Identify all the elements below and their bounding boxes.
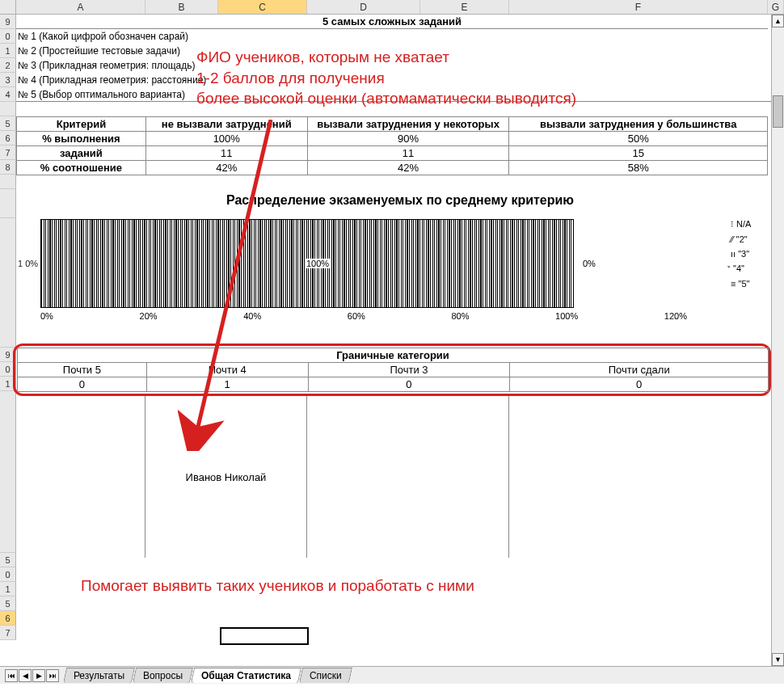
col-header-C[interactable]: C [218, 0, 307, 14]
col-header-F[interactable]: F [509, 0, 768, 14]
sheet-tab-results[interactable]: Результаты [63, 668, 135, 683]
boundary-value: 0 [308, 377, 510, 392]
boundary-detail-cell [509, 396, 768, 558]
tab-nav-buttons: ⏮ ◀ ▶ ⏭ [5, 669, 60, 682]
criteria-label: заданий [17, 146, 146, 161]
sheet-tab-questions[interactable]: Вопросы [133, 668, 193, 683]
row-header[interactable] [0, 102, 16, 116]
tab-nav-last-icon[interactable]: ⏭ [46, 669, 59, 682]
boundary-detail-cell [307, 396, 509, 558]
criteria-value: 100% [145, 132, 307, 146]
criteria-value: 11 [145, 146, 307, 161]
boundary-detail-cell: Иванов Николай [145, 396, 307, 558]
row-header[interactable] [0, 218, 16, 348]
criteria-value: 15 [509, 146, 768, 161]
row-header[interactable]: 2 [0, 58, 16, 73]
row-header[interactable]: 6 [0, 611, 16, 626]
scroll-thumb[interactable] [773, 95, 783, 128]
column-headers: A B C D E F G [0, 0, 784, 15]
criteria-value: 90% [307, 132, 509, 146]
boundary-detail-cell [16, 396, 145, 558]
criteria-table: Критерий не вызвали затруднений вызвали … [16, 116, 768, 175]
boundary-title: Граничные категории [18, 348, 769, 363]
boundary-header: Почти 5 [18, 363, 147, 377]
criteria-header: Критерий [17, 117, 146, 132]
criteria-header: вызвали затруднения у большинства [509, 117, 768, 132]
chart-title: Распределение экзаменуемых по среднему к… [16, 190, 784, 211]
row-headers: 9 0 1 2 3 4 5 6 7 8 9 0 1 5 0 1 5 6 7 [0, 15, 16, 640]
chart-legend: ⁝ N/A ⁄⁄ "2" ıı "3" ᷾᷾ "4" ≡ "5" [731, 219, 768, 293]
sheet-tab-lists[interactable]: Списки [299, 668, 352, 683]
active-cell-indicator [220, 627, 309, 645]
boundary-table: Граничные категории Почти 5 Почти 4 Почт… [17, 348, 769, 392]
scroll-up-button[interactable]: ▲ [772, 15, 784, 27]
boundary-value: 0 [18, 377, 147, 392]
row-header[interactable]: 7 [0, 626, 16, 640]
select-all-corner[interactable] [0, 0, 16, 14]
criteria-value: 50% [509, 132, 768, 146]
row-header[interactable]: 3 [0, 73, 16, 87]
col-header-A[interactable]: A [16, 0, 145, 14]
row-header[interactable]: 5 [0, 596, 16, 611]
row-header[interactable]: 1 [0, 582, 16, 596]
boundary-detail-row: Иванов Николай [16, 396, 768, 558]
col-header-B[interactable]: B [145, 0, 218, 14]
criteria-header: не вызвали затруднений [145, 117, 307, 132]
tab-nav-first-icon[interactable]: ⏮ [5, 669, 18, 682]
chart-x-axis: 0% 20% 40% 60% 80% 100% 120% [40, 311, 687, 321]
boundary-value: 0 [510, 377, 769, 392]
criteria-label: % выполнения [17, 132, 146, 146]
row-header[interactable]: 5 [0, 553, 16, 567]
row-header[interactable]: 5 [0, 116, 16, 131]
criteria-header: вызвали затруднения у некоторых [307, 117, 509, 132]
annotation-text-top: ФИО учеников, которым не хватает 1-2 бал… [196, 47, 770, 109]
boundary-header: Почти 3 [308, 363, 510, 377]
boundary-highlight-box: Граничные категории Почти 5 Почти 4 Почт… [13, 344, 771, 396]
sheet-tab-general-stats[interactable]: Общая Статистика [191, 668, 301, 683]
row-header[interactable] [0, 175, 16, 189]
boundary-header: Почти 4 [146, 363, 308, 377]
chart-y-label: 1 0% [18, 259, 38, 268]
boundary-header: Почти сдали [510, 363, 769, 377]
criteria-value: 58% [509, 161, 768, 175]
tab-nav-next-icon[interactable]: ▶ [32, 669, 45, 682]
row-header[interactable]: 0 [0, 29, 16, 44]
row-header[interactable]: 8 [0, 160, 16, 175]
criteria-value: 11 [307, 146, 509, 161]
row-header[interactable]: 9 [0, 15, 16, 29]
tab-nav-prev-icon[interactable]: ◀ [19, 669, 32, 682]
row-header[interactable] [0, 391, 16, 553]
row-header[interactable]: 4 [0, 87, 16, 102]
vertical-scrollbar[interactable]: ▲ ▼ [771, 15, 784, 666]
col-header-E[interactable]: E [420, 0, 509, 14]
row-header[interactable]: 0 [0, 567, 16, 582]
row-header[interactable]: 1 [0, 44, 16, 58]
annotation-text-bottom: Помогает выявить таких учеников и порабо… [81, 575, 474, 596]
chart: 1 0% 100% 0% 0% 20% 40% 60% 80% 100% 120… [16, 214, 768, 344]
scroll-down-button[interactable]: ▼ [772, 653, 784, 666]
chart-data-label: 100% [306, 259, 330, 268]
row-header[interactable]: 7 [0, 145, 16, 160]
row-header[interactable] [0, 189, 16, 218]
criteria-value: 42% [307, 161, 509, 175]
criteria-label: % соотношение [17, 161, 146, 175]
col-header-G[interactable]: G [768, 0, 784, 14]
task-item: № 1 (Какой цифрой обозначен сарай) [16, 29, 784, 44]
boundary-value: 1 [146, 377, 308, 392]
row-header[interactable]: 6 [0, 131, 16, 145]
sheet-tab-bar: ⏮ ◀ ▶ ⏭ Результаты Вопросы Общая Статист… [0, 666, 784, 684]
col-header-D[interactable]: D [307, 0, 420, 14]
section-title: 5 самых сложных заданий [16, 15, 768, 29]
chart-data-label: 0% [582, 259, 596, 268]
criteria-value: 42% [145, 161, 307, 175]
